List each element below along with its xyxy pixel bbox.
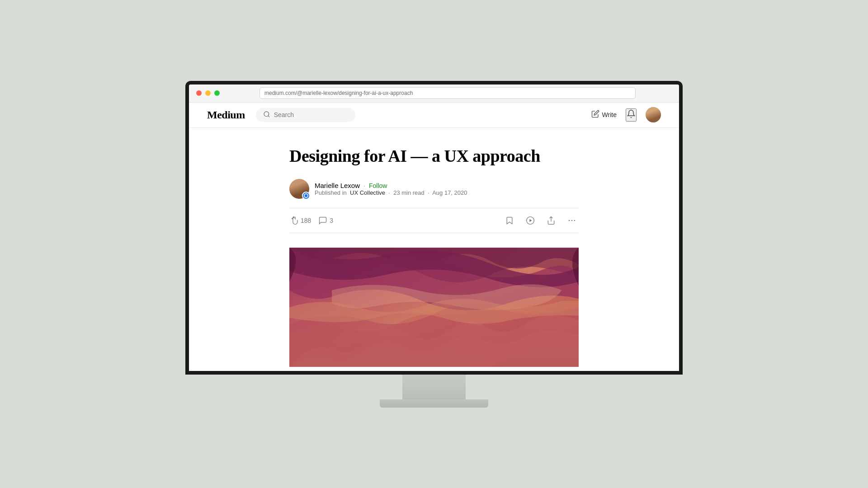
actions-bar: 188 3 [289,208,579,233]
monitor-stand-neck [402,375,466,399]
svg-marker-4 [529,219,532,222]
browser-url-text: medium.com/@marielle-lexow/designing-for… [264,90,413,96]
svg-point-2 [305,194,308,197]
author-meta: Published in UX Collective · 23 min read… [315,189,467,196]
author-badge [302,192,310,200]
author-section: Marielle Lexow · Follow Published in UX … [289,179,579,199]
publish-date: Aug 17, 2020 [432,189,467,196]
comment-count: 3 [330,217,333,224]
search-placeholder: Search [274,111,294,118]
comment-button[interactable]: 3 [318,216,333,225]
medium-logo[interactable]: Medium [207,109,245,121]
svg-point-0 [264,112,269,117]
action-right [503,214,579,227]
browser-url-bar[interactable]: medium.com/@marielle-lexow/designing-for… [259,87,636,99]
author-avatar-wrap [289,179,309,199]
play-button[interactable] [524,214,537,227]
search-bar[interactable]: Search [256,108,355,122]
author-info: Marielle Lexow · Follow Published in UX … [315,182,467,196]
bookmark-button[interactable] [503,214,516,227]
svg-point-7 [571,220,573,221]
write-label: Write [602,111,617,118]
more-button[interactable] [565,214,579,227]
article-container: Designing for AI — a UX approach [280,128,588,371]
notifications-button[interactable] [626,108,637,122]
user-avatar[interactable] [646,107,661,122]
article-title: Designing for AI — a UX approach [289,146,579,167]
author-name[interactable]: Marielle Lexow [315,182,360,189]
action-left: 188 3 [289,216,503,225]
write-icon [591,110,599,120]
svg-rect-10 [289,248,579,367]
clap-button[interactable]: 188 [289,216,311,225]
share-button[interactable] [544,214,558,227]
browser-close-btn[interactable] [196,90,202,96]
author-badge-inner [304,193,308,198]
read-time: 23 min read [393,189,425,196]
monitor-stand-base [380,399,488,408]
publication-link[interactable]: UX Collective [350,189,385,196]
follow-button[interactable]: Follow [369,182,387,189]
browser-maximize-btn[interactable] [214,90,220,96]
browser-chrome: medium.com/@marielle-lexow/designing-for… [189,84,679,103]
search-icon [263,111,270,119]
nav-right: Write [591,107,661,122]
svg-point-6 [569,220,570,221]
author-separator: · [363,182,365,189]
nav-bar: Medium Search [189,103,679,128]
svg-line-1 [268,116,269,117]
monitor-wrapper: medium.com/@marielle-lexow/designing-for… [181,81,687,408]
canyon-image [289,244,579,371]
browser-minimize-btn[interactable] [205,90,211,96]
author-name-row: Marielle Lexow · Follow [315,182,467,189]
hero-image [289,244,579,371]
avatar-image [646,107,661,122]
monitor-screen: medium.com/@marielle-lexow/designing-for… [185,81,683,375]
clap-count: 188 [301,217,311,224]
published-in-label: Published in [315,189,347,196]
write-button[interactable]: Write [591,110,617,120]
svg-point-8 [574,220,576,221]
medium-app: Medium Search [189,103,679,371]
